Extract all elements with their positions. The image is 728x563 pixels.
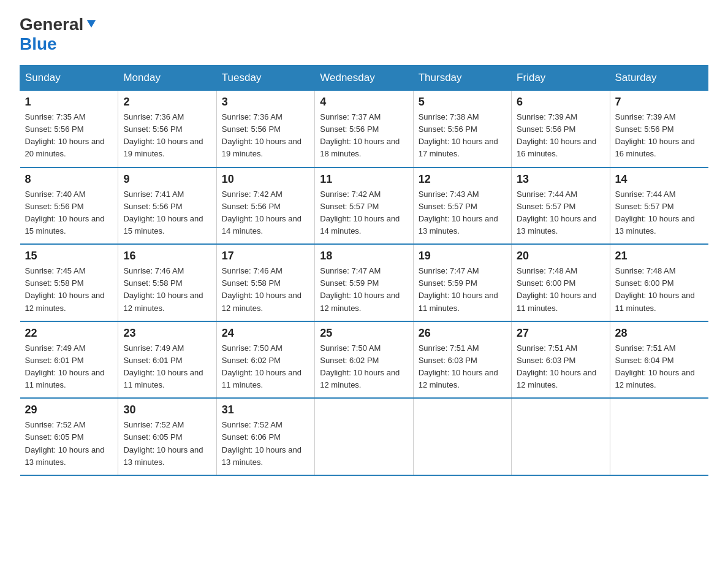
day-info: Sunrise: 7:47 AMSunset: 5:59 PMDaylight:… (419, 265, 506, 315)
day-info: Sunrise: 7:40 AMSunset: 5:56 PMDaylight:… (25, 188, 113, 238)
day-number: 25 (320, 327, 408, 340)
day-info: Sunrise: 7:35 AMSunset: 5:56 PMDaylight:… (25, 111, 113, 161)
logo: General Blue (20, 15, 98, 53)
day-info: Sunrise: 7:50 AMSunset: 6:02 PMDaylight:… (320, 342, 408, 392)
day-info: Sunrise: 7:51 AMSunset: 6:04 PMDaylight:… (615, 342, 703, 392)
header-monday: Monday (118, 66, 216, 91)
day-info: Sunrise: 7:52 AMSunset: 6:05 PMDaylight:… (123, 419, 211, 469)
day-info: Sunrise: 7:41 AMSunset: 5:56 PMDaylight:… (123, 188, 211, 238)
calendar-cell: 27 Sunrise: 7:51 AMSunset: 6:03 PMDaylig… (512, 321, 610, 399)
day-info: Sunrise: 7:47 AMSunset: 5:59 PMDaylight:… (320, 265, 408, 315)
day-info: Sunrise: 7:51 AMSunset: 6:03 PMDaylight:… (419, 342, 506, 392)
calendar-cell: 25 Sunrise: 7:50 AMSunset: 6:02 PMDaylig… (315, 321, 413, 399)
day-info: Sunrise: 7:49 AMSunset: 6:01 PMDaylight:… (25, 342, 113, 392)
day-number: 3 (222, 96, 309, 109)
day-info: Sunrise: 7:43 AMSunset: 5:57 PMDaylight:… (419, 188, 506, 238)
calendar-cell: 5 Sunrise: 7:38 AMSunset: 5:56 PMDayligh… (413, 91, 511, 167)
calendar-cell: 18 Sunrise: 7:47 AMSunset: 5:59 PMDaylig… (315, 244, 413, 321)
calendar-cell: 10 Sunrise: 7:42 AMSunset: 5:56 PMDaylig… (216, 167, 314, 245)
calendar-cell: 26 Sunrise: 7:51 AMSunset: 6:03 PMDaylig… (413, 321, 511, 399)
calendar-cell: 4 Sunrise: 7:37 AMSunset: 5:56 PMDayligh… (315, 91, 413, 167)
day-info: Sunrise: 7:44 AMSunset: 5:57 PMDaylight:… (615, 188, 703, 238)
day-info: Sunrise: 7:48 AMSunset: 6:00 PMDaylight:… (615, 265, 703, 315)
day-info: Sunrise: 7:36 AMSunset: 5:56 PMDaylight:… (123, 111, 211, 161)
calendar-table: SundayMondayTuesdayWednesdayThursdayFrid… (20, 65, 708, 476)
day-number: 10 (222, 173, 309, 186)
header-sunday: Sunday (20, 66, 118, 91)
calendar-cell: 8 Sunrise: 7:40 AMSunset: 5:56 PMDayligh… (20, 167, 118, 245)
day-number: 21 (615, 250, 703, 262)
day-info: Sunrise: 7:42 AMSunset: 5:56 PMDaylight:… (222, 188, 309, 238)
day-info: Sunrise: 7:49 AMSunset: 6:01 PMDaylight:… (123, 342, 211, 392)
day-number: 24 (222, 327, 309, 340)
calendar-cell: 23 Sunrise: 7:49 AMSunset: 6:01 PMDaylig… (118, 321, 216, 399)
day-info: Sunrise: 7:52 AMSunset: 6:06 PMDaylight:… (222, 419, 309, 469)
day-number: 26 (419, 327, 506, 340)
week-row-5: 29 Sunrise: 7:52 AMSunset: 6:05 PMDaylig… (20, 398, 708, 475)
day-info: Sunrise: 7:44 AMSunset: 5:57 PMDaylight:… (517, 188, 604, 238)
calendar-cell: 14 Sunrise: 7:44 AMSunset: 5:57 PMDaylig… (610, 167, 708, 245)
calendar-header-row: SundayMondayTuesdayWednesdayThursdayFrid… (20, 66, 708, 91)
calendar-cell: 6 Sunrise: 7:39 AMSunset: 5:56 PMDayligh… (512, 91, 610, 167)
calendar-cell: 13 Sunrise: 7:44 AMSunset: 5:57 PMDaylig… (512, 167, 610, 245)
day-number: 9 (123, 173, 211, 186)
day-info: Sunrise: 7:46 AMSunset: 5:58 PMDaylight:… (123, 265, 211, 315)
calendar-cell: 30 Sunrise: 7:52 AMSunset: 6:05 PMDaylig… (118, 398, 216, 475)
day-number: 7 (615, 96, 703, 109)
calendar-cell: 3 Sunrise: 7:36 AMSunset: 5:56 PMDayligh… (216, 91, 314, 167)
day-info: Sunrise: 7:46 AMSunset: 5:58 PMDaylight:… (222, 265, 309, 315)
svg-marker-0 (87, 20, 96, 28)
day-number: 15 (25, 250, 113, 262)
week-row-3: 15 Sunrise: 7:45 AMSunset: 5:58 PMDaylig… (20, 244, 708, 321)
day-number: 11 (320, 173, 408, 186)
day-number: 31 (222, 404, 309, 416)
header-saturday: Saturday (610, 66, 708, 91)
day-info: Sunrise: 7:45 AMSunset: 5:58 PMDaylight:… (25, 265, 113, 315)
day-number: 6 (517, 96, 604, 109)
calendar-cell: 28 Sunrise: 7:51 AMSunset: 6:04 PMDaylig… (610, 321, 708, 399)
calendar-cell: 20 Sunrise: 7:48 AMSunset: 6:00 PMDaylig… (512, 244, 610, 321)
calendar-cell (512, 398, 610, 475)
calendar-cell: 22 Sunrise: 7:49 AMSunset: 6:01 PMDaylig… (20, 321, 118, 399)
day-number: 18 (320, 250, 408, 262)
calendar-cell: 7 Sunrise: 7:39 AMSunset: 5:56 PMDayligh… (610, 91, 708, 167)
calendar-cell (413, 398, 511, 475)
logo-blue: Blue (20, 36, 57, 53)
calendar-cell: 15 Sunrise: 7:45 AMSunset: 5:58 PMDaylig… (20, 244, 118, 321)
day-info: Sunrise: 7:42 AMSunset: 5:57 PMDaylight:… (320, 188, 408, 238)
header-wednesday: Wednesday (315, 66, 413, 91)
day-number: 27 (517, 327, 604, 340)
week-row-4: 22 Sunrise: 7:49 AMSunset: 6:01 PMDaylig… (20, 321, 708, 399)
day-number: 14 (615, 173, 703, 186)
day-info: Sunrise: 7:37 AMSunset: 5:56 PMDaylight:… (320, 111, 408, 161)
day-number: 29 (25, 404, 113, 416)
day-number: 28 (615, 327, 703, 340)
logo-general: General (20, 15, 83, 34)
calendar-cell: 1 Sunrise: 7:35 AMSunset: 5:56 PMDayligh… (20, 91, 118, 167)
day-info: Sunrise: 7:48 AMSunset: 6:00 PMDaylight:… (517, 265, 604, 315)
day-number: 4 (320, 96, 408, 109)
day-number: 17 (222, 250, 309, 262)
day-info: Sunrise: 7:36 AMSunset: 5:56 PMDaylight:… (222, 111, 309, 161)
day-number: 1 (25, 96, 113, 109)
logo-arrow-icon (85, 17, 98, 30)
day-info: Sunrise: 7:39 AMSunset: 5:56 PMDaylight:… (615, 111, 703, 161)
week-row-2: 8 Sunrise: 7:40 AMSunset: 5:56 PMDayligh… (20, 167, 708, 245)
calendar-cell: 19 Sunrise: 7:47 AMSunset: 5:59 PMDaylig… (413, 244, 511, 321)
day-number: 30 (123, 404, 211, 416)
calendar-cell: 12 Sunrise: 7:43 AMSunset: 5:57 PMDaylig… (413, 167, 511, 245)
calendar-cell: 11 Sunrise: 7:42 AMSunset: 5:57 PMDaylig… (315, 167, 413, 245)
page-header: General Blue (20, 15, 708, 53)
day-number: 13 (517, 173, 604, 186)
day-number: 12 (419, 173, 506, 186)
calendar-cell: 9 Sunrise: 7:41 AMSunset: 5:56 PMDayligh… (118, 167, 216, 245)
day-info: Sunrise: 7:51 AMSunset: 6:03 PMDaylight:… (517, 342, 604, 392)
day-number: 8 (25, 173, 113, 186)
day-info: Sunrise: 7:52 AMSunset: 6:05 PMDaylight:… (25, 419, 113, 469)
calendar-cell: 17 Sunrise: 7:46 AMSunset: 5:58 PMDaylig… (216, 244, 314, 321)
calendar-cell: 21 Sunrise: 7:48 AMSunset: 6:00 PMDaylig… (610, 244, 708, 321)
calendar-cell (610, 398, 708, 475)
day-info: Sunrise: 7:39 AMSunset: 5:56 PMDaylight:… (517, 111, 604, 161)
day-number: 19 (419, 250, 506, 262)
header-friday: Friday (512, 66, 610, 91)
